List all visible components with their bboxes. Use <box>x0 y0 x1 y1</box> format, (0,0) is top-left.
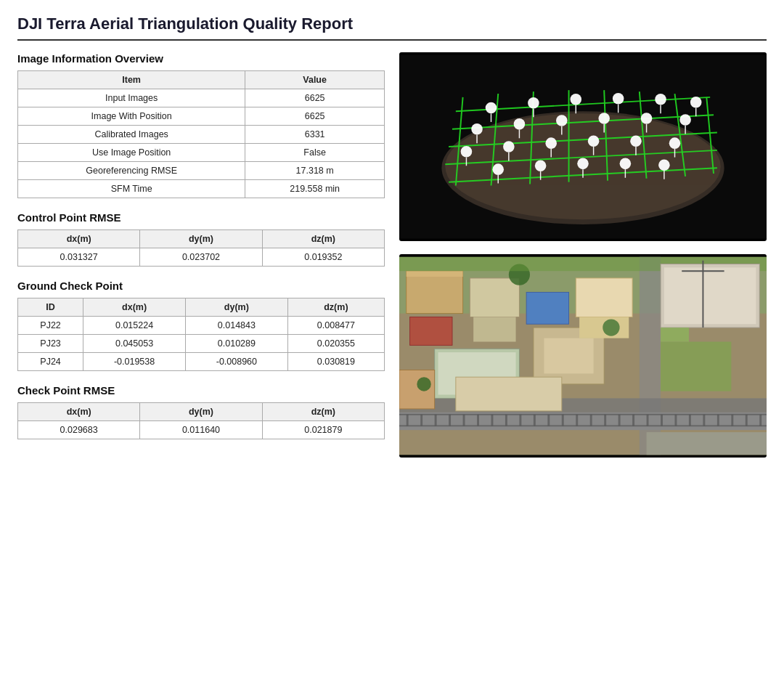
table-row: PJ24-0.019538-0.0089600.030819 <box>18 353 385 371</box>
svg-point-50 <box>669 137 681 149</box>
svg-rect-95 <box>407 271 463 313</box>
left-column: Image Information Overview Item Value In… <box>17 52 385 439</box>
svg-rect-89 <box>689 415 691 426</box>
svg-rect-97 <box>410 317 452 345</box>
page-title: DJI Terra Aerial Triangulation Quality R… <box>17 15 767 41</box>
svg-point-46 <box>588 135 600 147</box>
table-row: 0.0296830.0116400.021879 <box>18 421 385 439</box>
check-point-rmse-section: Check Point RMSE dx(m)dy(m)dz(m) 0.02968… <box>17 384 385 439</box>
svg-rect-71 <box>435 415 437 426</box>
image-info-section: Image Information Overview Item Value In… <box>17 52 385 198</box>
image-info-title: Image Information Overview <box>17 52 385 65</box>
svg-point-16 <box>486 102 497 114</box>
svg-point-26 <box>690 97 702 108</box>
svg-point-54 <box>535 160 547 171</box>
svg-point-28 <box>471 123 483 135</box>
svg-rect-75 <box>491 415 494 426</box>
svg-rect-119 <box>661 328 689 341</box>
svg-rect-104 <box>544 338 593 374</box>
ground-check-point-section: Ground Check Point IDdx(m)dy(m)dz(m) PJ2… <box>17 280 385 371</box>
svg-point-42 <box>503 141 515 153</box>
svg-rect-76 <box>505 415 507 426</box>
svg-rect-99 <box>473 317 515 341</box>
svg-rect-102 <box>526 292 568 324</box>
svg-rect-77 <box>519 415 521 426</box>
svg-rect-107 <box>399 370 435 409</box>
control-point-rmse-section: Control Point RMSE dx(m)dy(m)dz(m) 0.031… <box>17 211 385 267</box>
svg-rect-88 <box>675 415 677 426</box>
svg-rect-114 <box>664 267 756 324</box>
svg-rect-79 <box>547 415 550 426</box>
svg-point-32 <box>556 115 568 126</box>
svg-rect-118 <box>661 342 731 391</box>
svg-rect-84 <box>618 415 621 426</box>
svg-rect-87 <box>661 415 663 426</box>
svg-point-36 <box>641 113 653 124</box>
table-row: 0.0313270.0237020.019352 <box>18 248 385 267</box>
svg-rect-94 <box>759 415 761 426</box>
table-row: Input Images6625 <box>18 89 385 107</box>
table-row: Use Image PositionFalse <box>18 144 385 162</box>
svg-rect-68 <box>399 425 767 426</box>
svg-rect-93 <box>746 415 748 426</box>
svg-rect-98 <box>470 278 519 317</box>
svg-rect-117 <box>647 432 767 455</box>
svg-point-24 <box>655 94 666 105</box>
svg-rect-105 <box>576 278 632 317</box>
svg-rect-83 <box>604 415 606 426</box>
svg-rect-69 <box>407 415 409 426</box>
check-point-rmse-title: Check Point RMSE <box>17 384 385 397</box>
control-point-rmse-title: Control Point RMSE <box>17 211 385 224</box>
svg-rect-73 <box>463 415 465 426</box>
svg-rect-96 <box>407 271 463 277</box>
table-row: Calibrated Images6331 <box>18 126 385 144</box>
svg-point-52 <box>492 163 504 175</box>
svg-point-40 <box>461 146 473 158</box>
svg-rect-90 <box>703 415 705 426</box>
svg-rect-92 <box>731 415 733 426</box>
aerial-triangulation-image <box>399 52 767 241</box>
ground-check-point-title: Ground Check Point <box>17 280 385 292</box>
svg-point-18 <box>528 97 539 109</box>
svg-rect-86 <box>647 415 649 426</box>
svg-point-38 <box>679 114 691 126</box>
svg-rect-67 <box>399 414 767 415</box>
svg-point-60 <box>658 160 670 171</box>
svg-point-48 <box>630 135 642 147</box>
svg-point-44 <box>545 137 557 149</box>
col-header-value: Value <box>245 71 385 89</box>
table-row: Image With Position6625 <box>18 107 385 126</box>
svg-point-110 <box>603 319 619 336</box>
svg-rect-85 <box>632 415 634 426</box>
svg-point-22 <box>613 93 624 105</box>
table-row: Georeferencing RMSE17.318 m <box>18 162 385 180</box>
svg-rect-70 <box>420 415 422 426</box>
svg-rect-72 <box>449 415 451 426</box>
svg-point-111 <box>417 377 430 391</box>
svg-rect-108 <box>456 377 562 411</box>
svg-point-56 <box>577 158 589 170</box>
svg-point-58 <box>620 158 632 170</box>
svg-point-20 <box>570 94 581 105</box>
check-point-rmse-table: dx(m)dy(m)dz(m) 0.0296830.0116400.021879 <box>17 402 385 439</box>
svg-point-34 <box>598 113 610 124</box>
svg-rect-91 <box>717 415 719 426</box>
svg-rect-78 <box>534 415 536 426</box>
table-row: SFM Time219.558 min <box>18 180 385 198</box>
table-row: PJ230.0450530.0102890.020355 <box>18 335 385 353</box>
table-row: PJ220.0152240.0148430.008477 <box>18 317 385 335</box>
col-header-item: Item <box>18 71 245 89</box>
ground-check-point-table: IDdx(m)dy(m)dz(m) PJ220.0152240.0148430.… <box>17 298 385 371</box>
svg-rect-82 <box>590 415 592 426</box>
svg-rect-80 <box>562 415 564 426</box>
aerial-photo-image <box>399 254 767 458</box>
svg-point-30 <box>514 118 526 130</box>
svg-rect-81 <box>576 415 578 426</box>
control-point-rmse-table: dx(m)dy(m)dz(m) 0.0313270.0237020.019352 <box>17 229 385 267</box>
svg-rect-74 <box>477 415 479 426</box>
image-info-table: Item Value Input Images6625Image With Po… <box>17 70 385 198</box>
right-column <box>399 52 767 458</box>
